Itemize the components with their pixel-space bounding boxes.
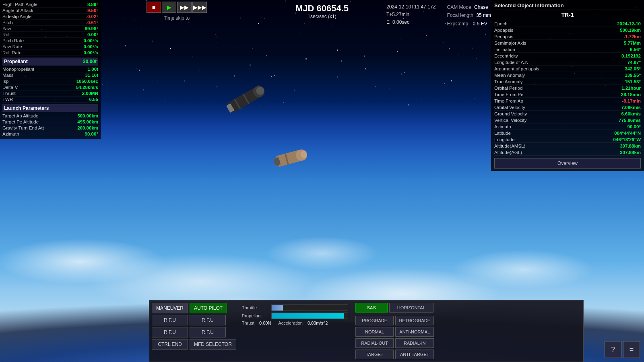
anti-normal-button[interactable]: ANTI-NORMAL — [395, 327, 434, 337]
ctrl-end-button[interactable]: CTRL END — [152, 339, 188, 350]
info-row: Ground Velocity 6.60km/s — [494, 111, 641, 117]
launch-param-value: 90.00° — [85, 132, 98, 136]
menu-button[interactable]: = — [623, 341, 640, 358]
mfd-selector-button[interactable]: MFD SELECTOR — [190, 339, 236, 350]
propellant-row: Thrust 2.00MN — [2, 90, 98, 97]
time-skip-label: Time skip to — [147, 14, 206, 22]
overview-button[interactable]: Overview — [494, 158, 641, 169]
focal-length-row: Focal length 35 mm — [447, 11, 491, 19]
thrust-value: 0.00N — [259, 321, 271, 325]
focal-length-label: Focal length — [447, 12, 473, 18]
propellant-bar — [271, 313, 348, 319]
telemetry-label: Pitch — [2, 20, 13, 25]
exp-comp-row: ExpComp -0.5 EV — [447, 20, 491, 28]
info-value: 6.56° — [630, 47, 641, 52]
info-label: Azimuth — [494, 124, 511, 129]
anti-target-button[interactable]: ANTI-TARGET — [395, 350, 434, 359]
right-panel: Selected Object Information TR-1 Epoch 2… — [491, 0, 644, 171]
info-row: Apoapsis 500.19km — [494, 27, 641, 33]
info-row: Time From Ap -8.17min — [494, 98, 641, 104]
rfu-button-1[interactable]: R.F.U — [152, 315, 188, 325]
launch-params-header-text: Launch Parameters — [4, 105, 49, 111]
launch-params-header: Launch Parameters — [2, 104, 98, 112]
telemetry-row: Pitch Rate 0.00°/s — [2, 38, 98, 44]
telemetry-label: Angle of Attack — [2, 8, 33, 13]
rocket-upper — [223, 79, 272, 118]
telemetry-label: Sideslip Angle — [2, 14, 31, 19]
normal-button[interactable]: NORMAL — [355, 327, 394, 337]
play-button[interactable]: ▶ — [162, 2, 176, 13]
telemetry-list: Flight Path Angle 8.89°Angle of Attack -… — [2, 2, 98, 56]
propellant-value: 6.55 — [89, 97, 98, 102]
mjd-value: MJD 60654.5 — [295, 3, 349, 14]
rfu-button-2[interactable]: R.F.U — [190, 315, 226, 325]
autopilot-button[interactable]: AUTO PILOT — [190, 303, 227, 313]
info-value: 046°13'26"W — [613, 137, 641, 142]
info-label: Epoch — [494, 21, 508, 26]
telemetry-row: Yaw 89.98° — [2, 26, 98, 32]
telemetry-value: 0.00°/s — [83, 38, 98, 43]
radial-out-button[interactable]: RADIAL-OUT — [355, 338, 394, 348]
telemetry-value: -0.02° — [86, 14, 98, 19]
propellant-list: Monopropellant 1.00tMass 31.16tIsp 1050.… — [2, 66, 98, 103]
throttle-fill — [272, 305, 283, 311]
telemetry-value: 89.98° — [85, 26, 98, 31]
retrograde-button[interactable]: RETROGRADE — [395, 316, 434, 325]
info-value: 307.88km — [620, 150, 641, 155]
info-value: -1.72km — [623, 34, 641, 39]
telemetry-label: Pitch Rate — [2, 38, 24, 43]
bottom-right-buttons: ? = — [605, 341, 640, 358]
info-row: True Anomaly 151.53° — [494, 78, 641, 85]
propellant-label: Monopropellant — [2, 67, 34, 72]
thrust-row: Thrust 0.00N Acceleration 0.00m/s^2 — [242, 321, 348, 325]
radial-in-button[interactable]: RADIAL-IN — [395, 338, 434, 348]
maneuver-button[interactable]: MANEUVER — [152, 303, 188, 313]
time-rate: 1sec/sec (x1) — [308, 14, 336, 19]
info-label: Longitude — [494, 137, 515, 142]
fast-forward-button[interactable]: ▶▶ — [177, 2, 192, 13]
target-button[interactable]: TARGET — [355, 350, 394, 359]
info-label: Apoapsis — [494, 28, 513, 33]
telemetry-row: Sideslip Angle -0.02° — [2, 14, 98, 20]
info-label: Mean Anomaly — [494, 73, 525, 78]
horizontal-button[interactable]: HORIZONTAL — [389, 303, 433, 313]
propellant-row: TWR 6.55 — [2, 97, 98, 103]
info-value: 004°44'44"N — [614, 131, 641, 136]
telemetry-row: Flight Path Angle 8.89° — [2, 2, 98, 8]
cam-mode-row: CAM Mode Chase — [447, 3, 491, 11]
cam-mode-value: Chase — [474, 4, 488, 10]
info-label: Periapsis — [494, 34, 513, 39]
telemetry-value: 0.00°/s — [83, 44, 98, 49]
propellant-label: Thrust — [2, 91, 16, 96]
info-row: Longitude of A.N 74.87° — [494, 59, 641, 66]
propellant-value: 1050.0sec — [76, 79, 98, 84]
info-row: Azimuth 90.00° — [494, 123, 641, 130]
info-row: Orbital Velocity 7.08km/s — [494, 104, 641, 111]
telemetry-value: 0.00° — [87, 32, 98, 37]
info-row: Latitude 004°44'44"N — [494, 130, 641, 136]
propellant-value: 1.00t — [88, 67, 98, 72]
faster-forward-button[interactable]: ▶▶▶ — [192, 2, 207, 13]
prograde-button[interactable]: PROGRADE — [355, 316, 394, 325]
help-button[interactable]: ? — [605, 341, 621, 358]
sas-button[interactable]: SAS — [355, 303, 388, 313]
info-row: Altitude(AMSL) 307.88km — [494, 143, 641, 149]
acceleration-label: Acceleration — [278, 321, 303, 325]
telemetry-value: -0.61° — [86, 20, 98, 25]
propellant-gauge-row: Propellant — [242, 313, 348, 319]
launch-param-row: Target Ap Altitude 500.00km — [2, 113, 98, 119]
launch-param-label: Target Pe Altitude — [2, 119, 39, 124]
exp-comp-label: ExpComp — [447, 21, 469, 27]
mjd-display: MJD 60654.5 1sec/sec (x1) — [295, 3, 349, 19]
propellant-label: Delta-V — [2, 85, 18, 90]
info-label: Time From Pe — [494, 92, 523, 97]
telemetry-row: Angle of Attack -9.50° — [2, 8, 98, 14]
propellant-value: 54.28km/s — [76, 85, 98, 90]
info-value: 28.18min — [621, 92, 641, 97]
info-row: Semimajor Axis 5.77Mm — [494, 40, 641, 46]
stop-button[interactable]: ■ — [147, 2, 161, 13]
rfu-button-3[interactable]: R.F.U — [152, 327, 188, 337]
datetime-display: 2024-12-10T11:47:17Z T+5.27min E+0.00sec — [386, 3, 436, 27]
propellant-value: 31.16t — [85, 73, 98, 78]
rfu-button-4[interactable]: R.F.U — [190, 327, 226, 337]
